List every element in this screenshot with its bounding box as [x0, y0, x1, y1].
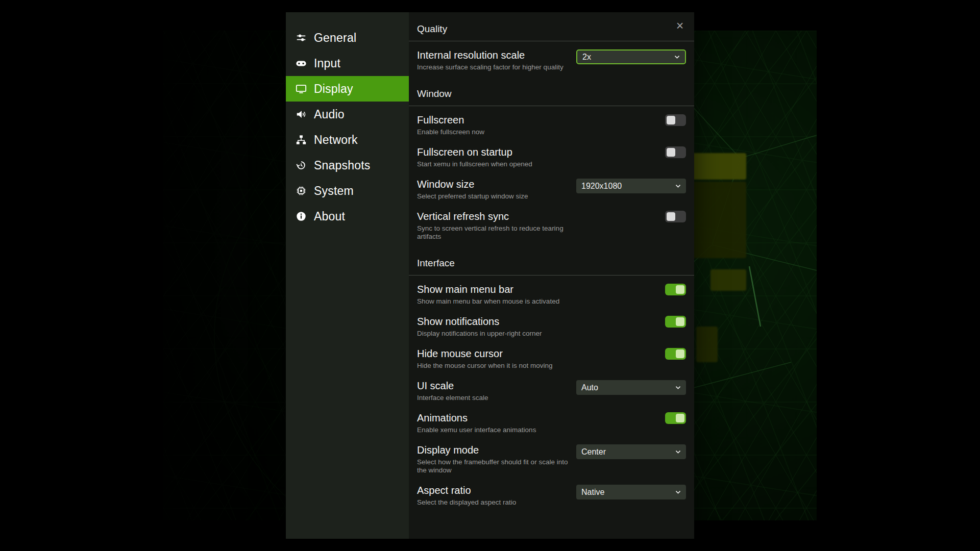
- setting-text: Show main menu barShow main menu bar whe…: [417, 284, 559, 306]
- setting-text: Hide mouse cursorHide the mouse cursor w…: [417, 348, 553, 370]
- fullscreen-on-startup-toggle[interactable]: [665, 146, 686, 158]
- toggle-knob: [667, 116, 675, 124]
- sidebar-item-label: General: [314, 31, 356, 45]
- window-size-select[interactable]: 980x551: [576, 179, 686, 193]
- settings-sections: QualityInternal resolution scaleIncrease…: [409, 12, 694, 513]
- section-title-quality: Quality: [409, 12, 694, 41]
- setting-label: Hide mouse cursor: [417, 348, 553, 360]
- setting-label: Internal resolution scale: [417, 49, 564, 61]
- setting-text: Fullscreen on startupStart xemu in fulls…: [417, 146, 532, 168]
- setting-control: Center: [576, 444, 686, 459]
- speaker-icon: [295, 108, 307, 120]
- display-mode-select[interactable]: Center: [576, 444, 686, 459]
- sidebar-item-input[interactable]: Input: [286, 51, 409, 76]
- setting-label: Window size: [417, 179, 528, 190]
- setting-text: Vertical refresh syncSync to screen vert…: [417, 211, 576, 241]
- hide-mouse-cursor-toggle[interactable]: [665, 348, 686, 360]
- settings-panel: × QualityInternal resolution scaleIncrea…: [409, 12, 694, 539]
- info-icon: [295, 210, 307, 222]
- setting-row: Window sizeSelect preferred startup wind…: [417, 172, 686, 204]
- setting-description: Select the displayed aspect ratio: [417, 498, 516, 507]
- setting-description: Select preferred startup window size: [417, 192, 528, 201]
- chip-icon: [295, 185, 307, 197]
- sidebar-item-label: Network: [314, 133, 358, 147]
- sidebar-item-system[interactable]: System: [286, 178, 409, 204]
- chevron-down-icon: [674, 182, 682, 190]
- setting-control: [576, 284, 686, 295]
- select-value: Auto: [581, 383, 598, 392]
- setting-description: Interface element scale: [417, 394, 488, 402]
- setting-text: AnimationsEnable xemu user interface ani…: [417, 412, 536, 434]
- internal-resolution-scale-select[interactable]: 2x: [576, 49, 686, 64]
- sidebar-item-label: Display: [314, 82, 353, 96]
- setting-row: Hide mouse cursorHide the mouse cursor w…: [417, 341, 686, 373]
- monitor-icon: [295, 83, 307, 95]
- sidebar-item-general[interactable]: General: [286, 25, 409, 51]
- setting-label: Show notifications: [417, 316, 542, 328]
- setting-row: Fullscreen on startupStart xemu in fulls…: [417, 140, 686, 172]
- close-button[interactable]: ×: [673, 18, 687, 33]
- setting-text: Internal resolution scaleIncrease surfac…: [417, 49, 564, 71]
- select-value: Native: [581, 488, 604, 497]
- sidebar-item-network[interactable]: Network: [286, 127, 409, 153]
- sidebar-item-audio[interactable]: Audio: [286, 102, 409, 127]
- setting-label: Fullscreen: [417, 114, 484, 126]
- sliders-icon: [295, 32, 307, 44]
- setting-row: Internal resolution scaleIncrease surfac…: [417, 43, 686, 75]
- setting-text: UI scaleInterface element scale: [417, 380, 488, 402]
- toggle-knob: [676, 285, 684, 294]
- sidebar-item-snapshots[interactable]: Snapshots: [286, 153, 409, 178]
- setting-label: Show main menu bar: [417, 284, 559, 295]
- setting-control: 2x: [576, 49, 686, 64]
- setting-label: Animations: [417, 412, 536, 424]
- setting-label: Vertical refresh sync: [417, 211, 576, 222]
- setting-control: Native: [576, 485, 686, 499]
- setting-control: [576, 146, 686, 158]
- setting-row: Display modeSelect how the framebuffer s…: [417, 438, 686, 478]
- chevron-down-icon: [673, 53, 681, 61]
- screen: GeneralInputDisplayAudioNetworkSnapshots…: [0, 0, 980, 551]
- setting-description: Enable xemu user interface animations: [417, 426, 536, 434]
- toggle-knob: [676, 317, 684, 326]
- setting-description: Hide the mouse cursor when it is not mov…: [417, 362, 553, 370]
- section-rows: Internal resolution scaleIncrease surfac…: [409, 41, 694, 78]
- setting-row: FullscreenEnable fullscreen now: [417, 108, 686, 140]
- section-rows: FullscreenEnable fullscreen nowFullscree…: [409, 106, 694, 247]
- setting-description: Show main menu bar when mouse is activat…: [417, 297, 559, 306]
- section-rows: Show main menu barShow main menu bar whe…: [409, 276, 694, 513]
- show-main-menu-bar-toggle[interactable]: [665, 284, 686, 295]
- setting-label: Aspect ratio: [417, 485, 516, 496]
- toggle-knob: [676, 349, 684, 358]
- setting-description: Sync to screen vertical refresh to reduc…: [417, 224, 576, 241]
- sidebar-item-display[interactable]: Display: [286, 76, 409, 102]
- settings-sidebar: GeneralInputDisplayAudioNetworkSnapshots…: [286, 12, 409, 539]
- setting-control: [576, 114, 686, 126]
- setting-control: 980x551: [576, 179, 686, 193]
- history-icon: [295, 159, 307, 171]
- ui-scale-select[interactable]: Auto: [576, 380, 686, 395]
- section-title-window: Window: [409, 78, 694, 106]
- chevron-down-icon: [674, 448, 682, 456]
- setting-description: Increase surface scaling factor for high…: [417, 63, 564, 71]
- gamepad-icon: [295, 57, 307, 69]
- animations-toggle[interactable]: [665, 412, 686, 424]
- setting-text: Display modeSelect how the framebuffer s…: [417, 444, 576, 474]
- section-title-interface: Interface: [409, 247, 694, 276]
- aspect-ratio-select[interactable]: Native: [576, 485, 686, 499]
- select-value: 2x: [582, 53, 591, 62]
- show-notifications-toggle[interactable]: [665, 316, 686, 328]
- setting-description: Start xemu in fullscreen when opened: [417, 160, 532, 168]
- setting-control: [576, 316, 686, 328]
- chevron-down-icon: [674, 384, 682, 391]
- select-value: 980x551: [581, 182, 622, 191]
- sidebar-item-label: System: [314, 184, 354, 198]
- fullscreen-toggle[interactable]: [665, 114, 686, 126]
- network-icon: [295, 134, 307, 146]
- vertical-refresh-sync-toggle[interactable]: [665, 211, 686, 222]
- setting-text: FullscreenEnable fullscreen now: [417, 114, 484, 136]
- sidebar-item-about[interactable]: About: [286, 204, 409, 229]
- setting-description: Display notifications in upper-right cor…: [417, 330, 542, 338]
- setting-control: Auto: [576, 380, 686, 395]
- sidebar-item-label: Input: [314, 57, 340, 70]
- setting-label: UI scale: [417, 380, 488, 392]
